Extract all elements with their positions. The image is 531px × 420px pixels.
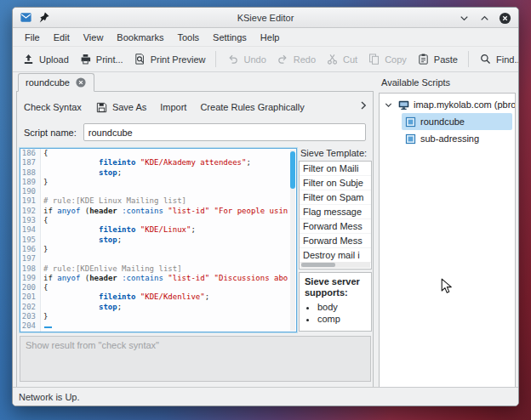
code-text: # rule:[KDE Linux Mailing list]	[41, 196, 296, 206]
template-item[interactable]: Forward Mess	[300, 219, 371, 234]
toolbar-print-button[interactable]: Print...	[75, 49, 128, 69]
hscrollbar-thumb[interactable]	[301, 263, 335, 267]
toolbar-paste-button[interactable]: Paste	[413, 49, 462, 69]
line-number: 191	[20, 196, 41, 206]
toolbar-undo-button[interactable]: Undo	[222, 49, 270, 69]
toolbar-print-preview-button[interactable]: Print Preview	[129, 49, 210, 69]
toolbar-upload-label: Upload	[39, 54, 69, 65]
menu-bookmarks[interactable]: Bookmarks	[110, 30, 170, 45]
line-number: 187	[20, 158, 41, 167]
editor-line: 201 fileinto "KDE/Kdenlive";	[20, 292, 296, 302]
template-item[interactable]: Forward Mess	[300, 234, 371, 248]
desktop-background: KSieve Editor FileEditViewBookmarksTools…	[0, 0, 531, 420]
toolbar: UploadPrint...Print PreviewUndoRedoCutCo…	[13, 47, 518, 72]
expander-icon[interactable]	[383, 99, 394, 111]
script-icon	[404, 133, 417, 145]
close-button[interactable]	[499, 12, 511, 25]
copy-icon	[368, 53, 380, 65]
tree-item-sub-adressing[interactable]: sub-adressing	[402, 130, 512, 147]
editor-line: 192if anyof (header :contains "list-id" …	[20, 207, 296, 216]
code-text: if anyof (header :contains "list-id" "Fo…	[41, 207, 296, 216]
code-text: # rule:[KDEnlive Mailing list]	[41, 264, 296, 274]
line-number: 198	[20, 264, 41, 274]
redo-icon	[277, 53, 289, 65]
action-create-rules-graphically-button[interactable]: Create Rules Graphically	[200, 102, 304, 112]
menu-view[interactable]: View	[77, 30, 111, 45]
text-cursor	[44, 326, 52, 328]
toolbar-redo-label: Redo	[294, 54, 316, 65]
check-syntax-result-area[interactable]: Show result from "check syntax"	[20, 336, 371, 382]
menu-settings[interactable]: Settings	[206, 30, 254, 45]
code-text: fileinto "KDE/Akademy attendees";	[41, 158, 296, 167]
menubar: FileEditViewBookmarksToolsSettingsHelp	[13, 28, 518, 47]
code-text	[41, 321, 296, 331]
action-import-button[interactable]: Import	[160, 102, 186, 112]
code-text	[41, 254, 296, 264]
line-number: 203	[20, 312, 41, 321]
template-item[interactable]: Filter on Maili	[300, 162, 371, 176]
menu-edit[interactable]: Edit	[47, 30, 77, 45]
template-item[interactable]: Flag message	[300, 205, 371, 219]
editor-line: 189}	[20, 178, 296, 187]
editor-scrollbar-thumb[interactable]	[290, 151, 295, 189]
code-text: {	[41, 149, 296, 158]
menu-tools[interactable]: Tools	[170, 30, 206, 45]
sieve-template-list[interactable]: Filter on MailiFilter on SubjeFilter on …	[299, 161, 372, 270]
code-text: {	[41, 216, 296, 225]
line-number: 193	[20, 216, 41, 225]
script-icon	[404, 116, 417, 128]
cut-icon	[326, 53, 339, 65]
editor-line: 197	[20, 254, 296, 264]
script-editor[interactable]: 186{187 fileinto "KDE/Akademy attendees"…	[20, 148, 297, 332]
editor-line: 191# rule:[KDE Linux Mailing list]	[20, 196, 296, 206]
line-number: 199	[20, 274, 41, 283]
code-text: }	[41, 178, 296, 187]
maximize-button[interactable]	[478, 12, 491, 25]
code-text	[41, 187, 296, 196]
menu-help[interactable]: Help	[254, 30, 287, 45]
toolbar-cut-button[interactable]: Cut	[322, 49, 362, 69]
editor-tab-frame: Check SyntaxSave AsImportCreate Rules Gr…	[16, 91, 374, 388]
template-item[interactable]: Destroy mail i	[300, 248, 371, 263]
tab-roundcube[interactable]: roundcube	[18, 73, 94, 92]
template-list-hscrollbar[interactable]	[300, 262, 370, 268]
editor-line: 198# rule:[KDEnlive Mailing list]	[20, 264, 296, 274]
pin-icon[interactable]	[37, 11, 50, 24]
printer-icon	[79, 53, 92, 65]
line-number: 188	[20, 168, 41, 178]
print-preview-icon	[134, 53, 146, 65]
editor-scrollbar[interactable]	[290, 150, 295, 331]
window-title: KSieve Editor	[13, 13, 518, 23]
line-number: 195	[20, 236, 41, 245]
statusbar: Network is Up.	[13, 387, 518, 406]
menu-file[interactable]: File	[18, 30, 47, 45]
line-number: 204	[20, 321, 41, 331]
toolbar-separator	[468, 51, 469, 67]
network-status-text: Network is Up.	[19, 392, 80, 402]
ksieve-editor-window[interactable]: KSieve Editor FileEditViewBookmarksTools…	[12, 7, 519, 406]
action-save-as-button[interactable]: Save As	[95, 101, 146, 114]
tree-item-roundcube[interactable]: roundcube	[402, 113, 512, 130]
script-name-input[interactable]	[83, 123, 366, 141]
toolbar-upload-button[interactable]: Upload	[18, 49, 73, 69]
minimize-button[interactable]	[458, 12, 471, 25]
script-name-label: Script name:	[24, 128, 77, 138]
action-check-syntax-button[interactable]: Check Syntax	[24, 102, 82, 112]
titlebar[interactable]: KSieve Editor	[13, 8, 518, 28]
code-text: if anyof (header :contains "list-id" "Di…	[41, 274, 296, 283]
tab-close-icon[interactable]	[75, 77, 87, 88]
toolbar-redo-button[interactable]: Redo	[272, 49, 320, 69]
toolbar-copy-button[interactable]: Copy	[363, 49, 411, 69]
code-text: }	[41, 312, 296, 321]
template-item[interactable]: Filter on Subje	[300, 176, 371, 190]
code-text: }	[41, 245, 296, 254]
toolbar-find-button[interactable]: Find...	[475, 49, 519, 69]
app-icon	[20, 11, 32, 24]
line-number: 197	[20, 254, 41, 264]
scripts-tree[interactable]: imap.mykolab.com (pbro… roundcubesub-adr…	[379, 93, 516, 389]
toolbar-overflow-button[interactable]	[357, 99, 370, 112]
tree-item-server[interactable]: imap.mykolab.com (pbro…	[380, 96, 515, 113]
paste-icon	[417, 53, 430, 65]
template-item[interactable]: Filter on Spam	[300, 190, 371, 205]
line-number: 194	[20, 225, 41, 235]
